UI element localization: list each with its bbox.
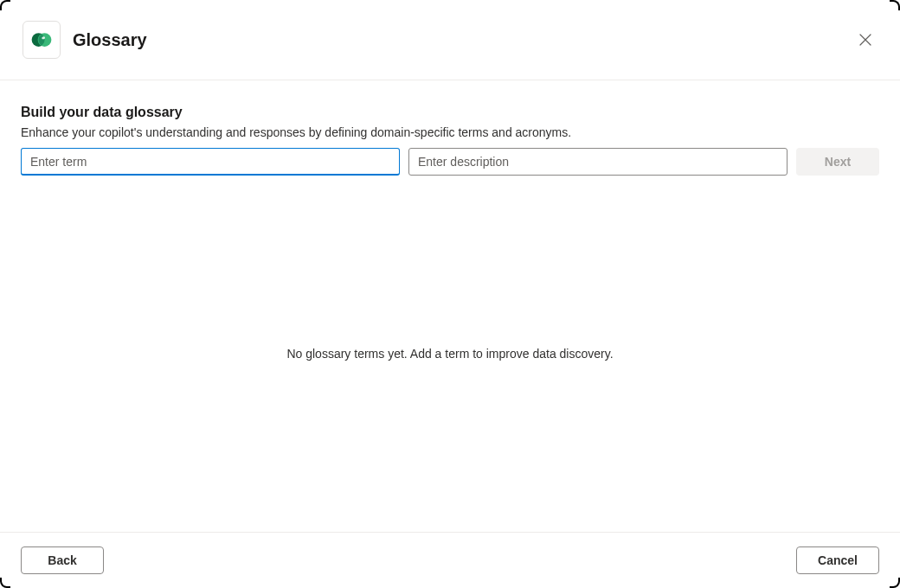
dialog-content: Build your data glossary Enhance your co… [0,80,900,532]
glossary-dialog: Glossary Build your data glossary Enhanc… [0,0,900,588]
section-description: Enhance your copilot's understanding and… [21,125,879,139]
empty-state: No glossary terms yet. Add a term to imp… [21,176,879,532]
section-title: Build your data glossary [21,105,879,120]
cancel-button[interactable]: Cancel [796,546,879,574]
back-button[interactable]: Back [21,546,104,574]
term-input[interactable] [21,148,400,176]
dataverse-icon [29,28,54,52]
app-icon-container [22,21,61,59]
close-button[interactable] [852,26,879,54]
dialog-footer: Back Cancel [0,532,900,588]
dialog-title: Glossary [73,30,147,50]
glossary-form-row: Next [21,148,879,176]
corner-decoration [0,0,10,10]
empty-state-text: No glossary terms yet. Add a term to imp… [286,347,613,361]
dialog-header: Glossary [0,0,900,80]
close-icon [858,33,872,47]
next-button[interactable]: Next [796,148,879,176]
description-input[interactable] [408,148,788,176]
